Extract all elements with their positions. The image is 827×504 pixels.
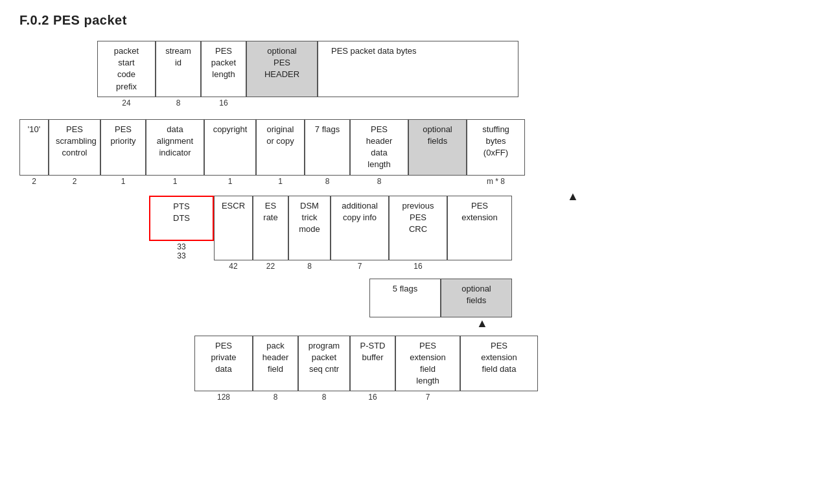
- box-pes-ext-field-data: PESextensionfield data: [460, 336, 538, 392]
- label-empty-r1: [246, 98, 318, 108]
- box-escr: ESCR: [214, 196, 253, 260]
- label-8-r3: 8: [288, 262, 331, 271]
- box-7flags: 7 flags: [305, 119, 350, 176]
- label-1a: 1: [100, 177, 146, 186]
- row5-wrapper: PESprivatedata packheaderfield programpa…: [194, 336, 732, 402]
- label-8-r5b: 8: [298, 393, 350, 402]
- row3-labels: 42 22 8 7 16: [214, 262, 732, 271]
- box-original-or-copy: originalor copy: [256, 119, 305, 176]
- label-8b: 8: [350, 177, 408, 186]
- label-16: 16: [389, 262, 447, 271]
- label-m8: m * 8: [467, 177, 525, 186]
- row5-boxes: PESprivatedata packheaderfield programpa…: [194, 336, 732, 392]
- box-pes-extension: PESextension: [447, 196, 512, 260]
- arrow-down-r2: ▲: [567, 190, 579, 203]
- row2-wrapper: '10' PESscramblingcontrol PESpriority da…: [19, 119, 732, 186]
- row2-boxes: '10' PESscramblingcontrol PESpriority da…: [19, 119, 732, 176]
- box-optional-pes-header: optionalPESHEADER: [246, 41, 318, 97]
- box-10: '10': [19, 119, 49, 176]
- label-8a: 8: [305, 177, 350, 186]
- box-pes-packet-data: PES packet data bytes: [318, 41, 518, 97]
- row4-boxes: 5 flags optionalfields: [369, 279, 732, 317]
- label-7-r5: 7: [395, 393, 460, 402]
- label-22: 22: [253, 262, 288, 271]
- label-8-r5a: 8: [253, 393, 298, 402]
- label-empty-r5: [460, 393, 538, 402]
- box-pstd-buffer: P-STDbuffer: [350, 336, 395, 392]
- row5-labels: 128 8 8 16 7: [194, 393, 732, 402]
- label-2b: 2: [49, 177, 100, 186]
- row1-labels: 24 8 16: [97, 98, 518, 108]
- pts-dts-group: PTSDTS 33 33: [149, 196, 214, 260]
- label-16-r5: 16: [350, 393, 395, 402]
- box-stuffing-bytes: stuffingbytes(0xFF): [467, 119, 525, 176]
- box-pes-packet-length: PESpacketlength: [201, 41, 246, 97]
- label-1d: 1: [256, 177, 305, 186]
- box-previous-pes-crc: previousPESCRC: [389, 196, 447, 260]
- label-128: 128: [194, 393, 253, 402]
- label-42: 42: [214, 262, 253, 271]
- box-pes-ext-field-length: PESextensionfieldlength: [395, 336, 460, 392]
- label-8-r1: 8: [156, 98, 201, 108]
- label-2a: 2: [19, 177, 49, 186]
- box-copyright: copyright: [204, 119, 256, 176]
- box-dsm-trick-mode: DSMtrickmode: [288, 196, 331, 260]
- row3-boxes: PTSDTS 33 33 ESCR ESrate DSMtrickmode ad…: [149, 196, 732, 260]
- box-data-alignment: dataalignmentindicator: [146, 119, 204, 176]
- label-33a: 33: [177, 242, 185, 251]
- box-5flags: 5 flags: [369, 279, 441, 317]
- box-optional-fields-r2: optionalfields: [408, 119, 467, 176]
- box-pes-private-data: PESprivatedata: [194, 336, 253, 392]
- pes-packet-diagram: packetstartcodeprefix streamid PESpacket…: [19, 41, 732, 402]
- box-stream-id: streamid: [156, 41, 201, 97]
- box-es-rate: ESrate: [253, 196, 288, 260]
- label-33b: 33: [177, 251, 185, 260]
- row1-boxes: packetstartcodeprefix streamid PESpacket…: [97, 41, 518, 97]
- label-24: 24: [97, 98, 156, 108]
- box-additional-copy-info: additionalcopy info: [331, 196, 389, 260]
- label-1b: 1: [146, 177, 204, 186]
- label-16: 16: [201, 98, 246, 108]
- row4-wrapper: 5 flags optionalfields ▲: [369, 279, 732, 329]
- row2-labels: 2 2 1 1 1 1 8 8 m * 8: [19, 177, 732, 186]
- box-optional-fields-r4: optionalfields: [441, 279, 512, 317]
- arrow-down-r4: ▲: [476, 317, 732, 329]
- label-empty-r2: [408, 177, 467, 186]
- box-program-packet-seq: programpacketseq cntr: [298, 336, 350, 392]
- page-title: F.0.2 PES packet: [19, 13, 808, 28]
- label-7: 7: [331, 262, 389, 271]
- row1: packetstartcodeprefix streamid PESpacket…: [97, 41, 732, 108]
- box-pes-scrambling: PESscramblingcontrol: [49, 119, 100, 176]
- label-empty-r1b: [318, 98, 518, 108]
- box-pes-header-data-length: PESheaderdatalength: [350, 119, 408, 176]
- box-pts-dts: PTSDTS: [149, 196, 214, 241]
- box-packet-start: packetstartcodeprefix: [97, 41, 156, 97]
- box-pack-header-field: packheaderfield: [253, 336, 298, 392]
- label-1c: 1: [204, 177, 256, 186]
- box-pes-priority: PESpriority: [100, 119, 146, 176]
- row3-wrapper: PTSDTS 33 33 ESCR ESrate DSMtrickmode ad…: [149, 196, 732, 271]
